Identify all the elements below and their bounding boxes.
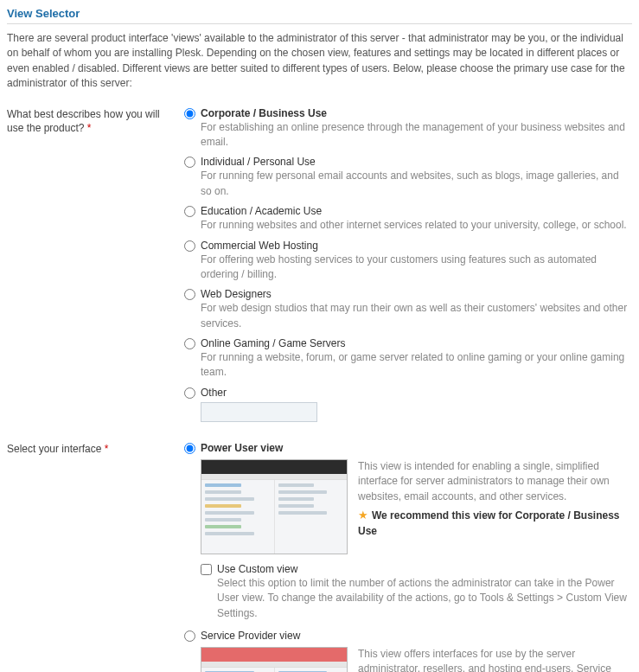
option-individual-desc: For running few personal email accounts … [201, 169, 632, 199]
checkbox-custom-view[interactable] [201, 564, 212, 575]
option-custom-view-desc: Select this option to limit the number o… [217, 576, 632, 621]
use-case-row: What best describes how you will use the… [7, 107, 632, 425]
option-designers-title: Web Designers [201, 288, 632, 300]
interface-label: Select your interface * [7, 442, 184, 457]
radio-education[interactable] [184, 206, 195, 217]
option-hosting[interactable]: Commercial Web Hosting For offering web … [184, 240, 632, 286]
radio-gaming[interactable] [184, 338, 195, 349]
option-service-provider[interactable]: Service Provider view [184, 630, 632, 642]
radio-service-provider[interactable] [184, 630, 195, 642]
option-custom-view-title: Use Custom view [217, 563, 632, 575]
use-case-options: Corporate / Business Use For establishin… [184, 107, 632, 425]
option-gaming-desc: For running a website, forum, or game se… [201, 350, 632, 381]
option-other[interactable]: Other [184, 387, 632, 422]
radio-power-user[interactable] [184, 443, 195, 454]
service-provider-detail: This view offers interfaces for use by t… [201, 647, 632, 672]
option-education-desc: For running websites and other internet … [201, 218, 632, 233]
other-input[interactable] [201, 402, 317, 422]
radio-individual[interactable] [184, 157, 195, 168]
option-hosting-title: Commercial Web Hosting [201, 240, 632, 252]
service-provider-thumbnail [201, 647, 348, 672]
interface-label-text: Select your interface [7, 443, 101, 455]
option-gaming[interactable]: Online Gaming / Game Servers For running… [184, 337, 632, 384]
interface-row: Select your interface * Power User view [7, 442, 632, 672]
option-individual[interactable]: Individual / Personal Use For running fe… [184, 156, 632, 202]
option-designers[interactable]: Web Designers For web design studios tha… [184, 288, 632, 335]
required-marker: * [105, 443, 109, 455]
option-corporate-title: Corporate / Business Use [201, 107, 632, 119]
option-power-user-title: Power User view [201, 442, 632, 454]
interface-options: Power User view [184, 442, 632, 672]
star-icon: ★ [358, 509, 368, 522]
option-corporate[interactable]: Corporate / Business Use For establishin… [184, 107, 632, 154]
option-service-provider-title: Service Provider view [201, 630, 632, 642]
radio-hosting[interactable] [184, 240, 195, 252]
option-individual-title: Individual / Personal Use [201, 156, 632, 168]
option-education[interactable]: Education / Academic Use For running web… [184, 205, 632, 236]
use-case-label-text: What best describes how you will use the… [7, 108, 160, 135]
radio-other[interactable] [184, 387, 195, 399]
section-title: View Selector [7, 7, 632, 24]
power-user-recommend: We recommend this view for Corporate / B… [358, 509, 620, 537]
required-marker: * [87, 122, 92, 134]
power-user-desc: This view is intended for enabling a sin… [358, 459, 632, 504]
radio-corporate[interactable] [184, 108, 195, 119]
option-other-title: Other [201, 387, 632, 399]
use-case-label: What best describes how you will use the… [7, 107, 184, 137]
radio-designers[interactable] [184, 289, 195, 300]
option-hosting-desc: For offering web hosting services to you… [201, 253, 632, 283]
intro-text: There are several product interface 'vie… [7, 31, 632, 92]
option-custom-view[interactable]: Use Custom view Select this option to li… [201, 563, 632, 624]
option-corporate-desc: For establishing an online presence thro… [201, 120, 632, 150]
option-education-title: Education / Academic Use [201, 205, 632, 217]
service-provider-desc: This view offers interfaces for use by t… [358, 647, 632, 672]
option-designers-desc: For web design studios that may run thei… [201, 301, 632, 331]
power-user-thumbnail [201, 459, 348, 554]
power-user-detail: This view is intended for enabling a sin… [201, 459, 632, 554]
option-power-user[interactable]: Power User view [184, 442, 632, 454]
option-gaming-title: Online Gaming / Game Servers [201, 337, 632, 349]
